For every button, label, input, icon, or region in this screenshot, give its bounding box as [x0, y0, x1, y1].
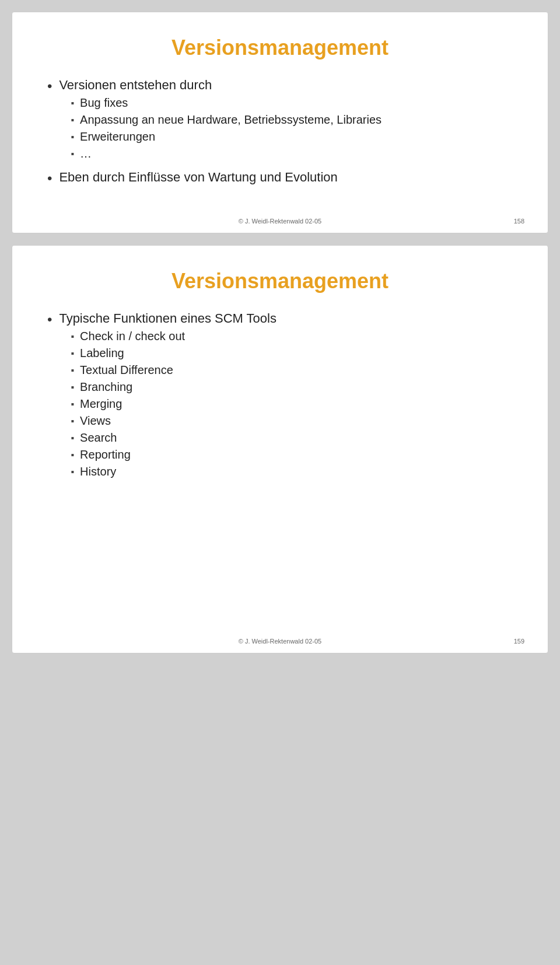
bullet-item-1: Versionen entstehen durch Bug fixes Anpa… — [47, 78, 513, 164]
sub-item-1-2: Anpassung an neue Hardware, Betriebssyst… — [71, 113, 513, 127]
slide2-sub-item-2: Textual Difference — [71, 363, 513, 377]
slide2-sub-item-4: Merging — [71, 397, 513, 411]
slide2-sub-item-0: Check in / check out — [71, 330, 513, 343]
slide2-main-bullet: Typische Funktionen eines SCM Tools Chec… — [47, 311, 513, 482]
slide1-title: Versionsmanagement — [47, 36, 513, 60]
slide2-sub-item-6: Search — [71, 431, 513, 445]
slide2-sub-item-3: Branching — [71, 380, 513, 394]
slide2-page-num: 159 — [514, 638, 524, 645]
slide2-sub-item-7: Reporting — [71, 448, 513, 461]
slide-2: Versionsmanagement Typische Funktionen e… — [12, 245, 548, 653]
sub-item-1-1: Bug fixes — [71, 96, 513, 110]
slide1-footer: © J. Weidl-Rektenwald 02-05 158 — [12, 218, 548, 225]
sub-item-1-3: Erweiterungen — [71, 130, 513, 144]
slide-1: Versionsmanagement Versionen entstehen d… — [12, 12, 548, 233]
slide1-page-num: 158 — [514, 218, 524, 225]
slide2-title: Versionsmanagement — [47, 269, 513, 293]
slide2-main-text: Typische Funktionen eines SCM Tools Chec… — [59, 311, 513, 482]
bullet1-text: Versionen entstehen durch Bug fixes Anpa… — [59, 78, 513, 164]
slide1-copyright: © J. Weidl-Rektenwald 02-05 — [239, 218, 321, 225]
sub-item-1-4: … — [71, 147, 513, 160]
slide2-copyright: © J. Weidl-Rektenwald 02-05 — [239, 638, 321, 645]
sub-list-1: Bug fixes Anpassung an neue Hardware, Be… — [71, 96, 513, 160]
slide2-sub-list: Check in / check out Labeling Textual Di… — [71, 330, 513, 478]
slide1-bullet-list: Versionen entstehen durch Bug fixes Anpa… — [47, 78, 513, 187]
bullet-item-2: Eben durch Einflüsse von Wartung und Evo… — [47, 170, 513, 187]
slide2-sub-item-8: History — [71, 465, 513, 478]
slide2-footer: © J. Weidl-Rektenwald 02-05 159 — [12, 638, 548, 645]
slide2-sub-item-1: Labeling — [71, 347, 513, 360]
slide2-sub-item-5: Views — [71, 414, 513, 428]
slide2-bullet-list: Typische Funktionen eines SCM Tools Chec… — [47, 311, 513, 482]
